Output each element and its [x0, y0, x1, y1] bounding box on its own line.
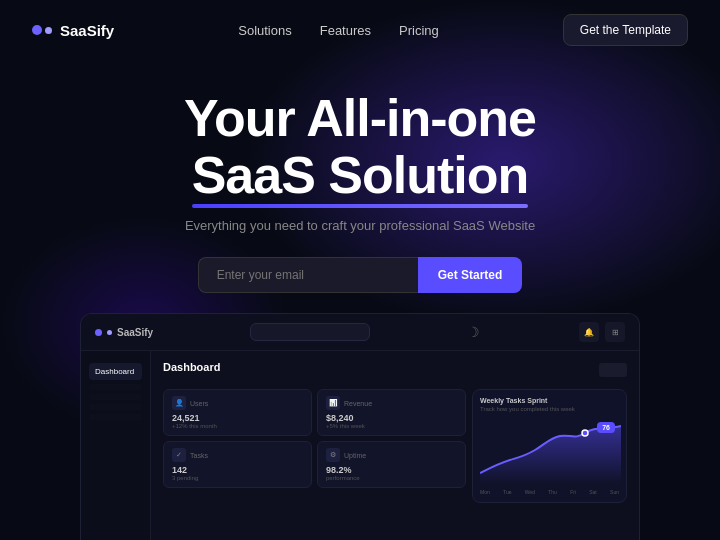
email-input[interactable] — [198, 257, 418, 293]
hero-subtitle: Everything you need to craft your profes… — [40, 218, 680, 233]
chart-area: 76 — [480, 418, 619, 487]
logo-dot-secondary — [45, 27, 52, 34]
dashboard-menu-button[interactable] — [599, 363, 627, 377]
dashboard-bell-icon[interactable]: 🔔 — [579, 322, 599, 342]
dashboard-logo-text: SaaSify — [117, 327, 153, 338]
stat-tasks-sub: 3 pending — [172, 475, 303, 481]
logo-icon — [32, 23, 52, 37]
chart-panel: Weekly Tasks Sprint Track how you comple… — [472, 389, 627, 503]
stat-revenue-sub: +5% this week — [326, 423, 457, 429]
stat-revenue-label: Revenue — [344, 400, 372, 407]
stat-revenue-icon: 📊 — [326, 396, 340, 410]
svg-point-0 — [582, 430, 588, 436]
get-template-button[interactable]: Get the Template — [563, 14, 688, 46]
stat-perf-label: Uptime — [344, 452, 366, 459]
stat-tasks-value: 142 — [172, 465, 303, 475]
stat-perf-icon: ⚙ — [326, 448, 340, 462]
stat-perf-sub: performance — [326, 475, 457, 481]
stat-card-performance: ⚙ Uptime 98.2% performance — [317, 441, 466, 488]
stat-card-revenue: 📊 Revenue $8,240 +5% this week — [317, 389, 466, 436]
dashboard-theme-toggle[interactable]: ☽ — [467, 324, 482, 340]
stat-users-value: 24,521 — [172, 413, 303, 423]
logo-text: SaaSify — [60, 22, 114, 39]
chart-title: Weekly Tasks Sprint — [480, 397, 619, 404]
chart-x-labels: MonTueWedThuFriSatSun — [480, 489, 619, 495]
hero-section: Your All-in-one SaaS Solution Everything… — [0, 60, 720, 313]
logo-dot-primary — [32, 25, 42, 35]
stats-grid: 👤 Users 24,521 +12% this month 📊 Revenue — [163, 389, 466, 488]
dashboard-body: Dashboard Dashboard 👤 — [81, 351, 639, 540]
stat-tasks-icon: ✓ — [172, 448, 186, 462]
dashboard-main-title: Dashboard — [163, 361, 220, 373]
dashboard-logo: SaaSify — [95, 327, 153, 338]
hero-title-line2: SaaS Solution — [192, 147, 529, 204]
dash-logo-dot1 — [95, 329, 102, 336]
nav-pricing[interactable]: Pricing — [399, 23, 439, 38]
dashboard-search-bar[interactable] — [250, 323, 370, 341]
nav-links: Solutions Features Pricing — [238, 23, 439, 38]
dashboard-action-icons: 🔔 ⊞ — [579, 322, 625, 342]
stat-users-sub: +12% this month — [172, 423, 303, 429]
chart-tooltip: 76 — [597, 422, 615, 433]
stat-card-users: 👤 Users 24,521 +12% this month — [163, 389, 312, 436]
navbar: SaaSify Solutions Features Pricing Get t… — [0, 0, 720, 60]
hero-title: Your All-in-one SaaS Solution — [40, 90, 680, 204]
hero-title-line1: Your All-in-one — [184, 89, 536, 147]
nav-solutions[interactable]: Solutions — [238, 23, 291, 38]
stat-revenue-value: $8,240 — [326, 413, 457, 423]
dashboard-main: Dashboard 👤 Users 24,521 +12% th — [151, 351, 639, 540]
stat-tasks-label: Tasks — [190, 452, 208, 459]
sidebar-item-dashboard[interactable]: Dashboard — [89, 363, 142, 380]
stat-perf-value: 98.2% — [326, 465, 457, 475]
dashboard-grid-icon[interactable]: ⊞ — [605, 322, 625, 342]
nav-features[interactable]: Features — [320, 23, 371, 38]
dashboard-topbar: SaaSify ☽ 🔔 ⊞ — [81, 314, 639, 351]
dashboard-preview: SaaSify ☽ 🔔 ⊞ Dashboard Dashboard — [80, 313, 640, 540]
dash-logo-dot2 — [107, 330, 112, 335]
stat-users-label: Users — [190, 400, 208, 407]
chart-subtitle: Track how you completed this week — [480, 406, 619, 412]
hero-form: Get Started — [40, 257, 680, 293]
logo: SaaSify — [32, 22, 114, 39]
stat-users-icon: 👤 — [172, 396, 186, 410]
get-started-button[interactable]: Get Started — [418, 257, 523, 293]
dashboard-sidebar: Dashboard — [81, 351, 151, 540]
stat-card-tasks: ✓ Tasks 142 3 pending — [163, 441, 312, 488]
